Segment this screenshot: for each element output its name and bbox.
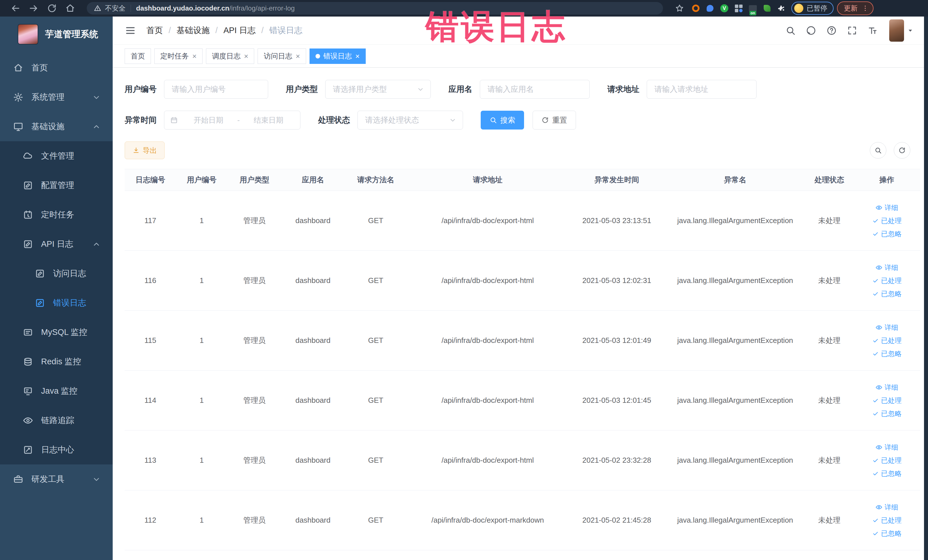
- scrollbar-track[interactable]: [924, 17, 928, 560]
- cell-app: dashboard: [282, 276, 344, 285]
- close-icon[interactable]: ×: [244, 52, 248, 60]
- processed-link[interactable]: 已处理: [872, 216, 902, 225]
- extension-on-icon[interactable]: on: [749, 4, 757, 12]
- export-button[interactable]: 导出: [125, 142, 165, 159]
- check-icon: [872, 530, 879, 537]
- close-icon[interactable]: ×: [356, 52, 360, 60]
- breadcrumb-item[interactable]: 基础设施: [177, 25, 210, 36]
- ignored-link[interactable]: 已忽略: [872, 289, 902, 298]
- extension-leaf-icon[interactable]: [763, 4, 771, 12]
- browser-menu-icon[interactable]: [862, 5, 869, 12]
- back-icon[interactable]: [10, 3, 21, 14]
- breadcrumb-item[interactable]: 首页: [147, 25, 163, 36]
- sidebar-item[interactable]: 基础设施: [0, 112, 113, 141]
- detail-link[interactable]: 详细: [876, 443, 898, 452]
- ignored-link[interactable]: 已忽略: [872, 409, 902, 418]
- monitor-icon: [13, 122, 23, 132]
- sidebar-item[interactable]: 文件管理: [0, 141, 113, 171]
- ignored-link[interactable]: 已忽略: [872, 469, 902, 478]
- text-size-icon[interactable]: [867, 25, 878, 36]
- processed-link[interactable]: 已处理: [872, 456, 902, 465]
- sidebar-item[interactable]: 定时任务: [0, 200, 113, 229]
- tag-active[interactable]: 错误日志×: [310, 49, 366, 64]
- check-icon: [872, 337, 879, 344]
- sidebar-item[interactable]: 链路追踪: [0, 406, 113, 435]
- close-icon[interactable]: ×: [296, 52, 300, 60]
- app-name-input[interactable]: [480, 80, 590, 99]
- detail-link[interactable]: 详细: [876, 323, 898, 332]
- caret-down-icon[interactable]: [907, 27, 914, 34]
- sidebar-item[interactable]: Redis 监控: [0, 347, 113, 376]
- detail-link[interactable]: 详细: [876, 263, 898, 272]
- ignored-link[interactable]: 已忽略: [872, 529, 902, 538]
- date-range-picker[interactable]: 开始日期 - 结束日期: [164, 111, 301, 130]
- github-icon[interactable]: [806, 25, 816, 36]
- check-icon: [872, 290, 879, 297]
- extension-green-v-icon[interactable]: V: [720, 4, 729, 12]
- fullscreen-icon[interactable]: [847, 25, 857, 36]
- sidebar-item-label: API 日志: [41, 238, 73, 250]
- tag-item[interactable]: 首页: [125, 49, 151, 64]
- bookmark-star-icon[interactable]: [675, 4, 684, 13]
- extension-orange-icon[interactable]: [691, 4, 700, 12]
- hamburger-icon[interactable]: [125, 25, 136, 36]
- detail-link[interactable]: 详细: [876, 503, 898, 512]
- mysql-icon: [23, 327, 33, 337]
- processed-link[interactable]: 已处理: [872, 516, 902, 525]
- close-icon[interactable]: ×: [192, 52, 197, 60]
- security-label[interactable]: 不安全: [105, 4, 125, 13]
- extension-grid-icon[interactable]: [734, 4, 743, 12]
- search-button[interactable]: 搜索: [481, 111, 524, 130]
- tag-item[interactable]: 定时任务×: [154, 49, 203, 64]
- user-type-select[interactable]: 请选择用户类型: [325, 80, 431, 99]
- cell-app: dashboard: [282, 456, 344, 465]
- tag-item[interactable]: 访问日志×: [258, 49, 306, 64]
- ignored-link[interactable]: 已忽略: [872, 229, 902, 238]
- browser-update-button[interactable]: 更新: [837, 2, 873, 15]
- profile-paused-pill[interactable]: 已暂停: [791, 2, 833, 15]
- processed-link[interactable]: 已处理: [872, 396, 902, 405]
- forward-icon[interactable]: [29, 3, 39, 14]
- eye-icon: [876, 444, 882, 451]
- processed-link[interactable]: 已处理: [872, 276, 902, 285]
- start-date-placeholder[interactable]: 开始日期: [183, 115, 235, 125]
- refresh-table-button[interactable]: [894, 142, 910, 159]
- sidebar-item[interactable]: 首页: [0, 53, 113, 82]
- sidebar-item[interactable]: API 日志: [0, 229, 113, 259]
- request-url-input[interactable]: [647, 80, 757, 99]
- tag-item[interactable]: 调度日志×: [206, 49, 254, 64]
- cell-app: dashboard: [282, 216, 344, 225]
- sidebar-item[interactable]: 研发工具: [0, 464, 113, 494]
- detail-link[interactable]: 详细: [876, 203, 898, 212]
- search-icon[interactable]: [785, 25, 796, 36]
- tag-label: 错误日志: [324, 51, 352, 61]
- detail-link[interactable]: 详细: [876, 383, 898, 392]
- table-row: 1171管理员dashboardGET/api/infra/db-doc/exp…: [125, 191, 920, 251]
- sidebar-item[interactable]: 系统管理: [0, 82, 113, 112]
- sidebar-item[interactable]: 错误日志: [0, 288, 113, 317]
- extensions-puzzle-icon[interactable]: [777, 4, 785, 12]
- end-date-placeholder[interactable]: 结束日期: [243, 115, 295, 125]
- help-icon[interactable]: [826, 25, 837, 36]
- sidebar-item[interactable]: MySQL 监控: [0, 317, 113, 347]
- sidebar-item[interactable]: 访问日志: [0, 259, 113, 288]
- extension-blue-icon[interactable]: [706, 4, 714, 12]
- address-bar[interactable]: 不安全 dashboard.yudao.iocoder.cn /infra/lo…: [87, 2, 663, 15]
- column-header: 用户类型: [227, 175, 282, 185]
- sidebar-item[interactable]: 日志中心: [0, 435, 113, 464]
- process-status-select[interactable]: 请选择处理状态: [357, 111, 463, 130]
- toggle-search-button[interactable]: [870, 142, 886, 159]
- sidebar-item[interactable]: 配置管理: [0, 171, 113, 200]
- browser-home-icon[interactable]: [65, 3, 75, 14]
- cell-actions: 详细已处理已忽略: [853, 443, 920, 478]
- cell-app: dashboard: [282, 396, 344, 405]
- user-avatar[interactable]: [889, 20, 904, 42]
- ignored-link[interactable]: 已忽略: [872, 349, 902, 358]
- processed-link[interactable]: 已处理: [872, 336, 902, 345]
- user-id-input[interactable]: [164, 80, 268, 99]
- reload-icon[interactable]: [47, 3, 57, 14]
- breadcrumb-item[interactable]: API 日志: [223, 25, 256, 36]
- sidebar-item[interactable]: Java 监控: [0, 376, 113, 406]
- reset-button[interactable]: 重置: [533, 111, 576, 130]
- app-logo[interactable]: 芋道管理系统: [0, 17, 113, 53]
